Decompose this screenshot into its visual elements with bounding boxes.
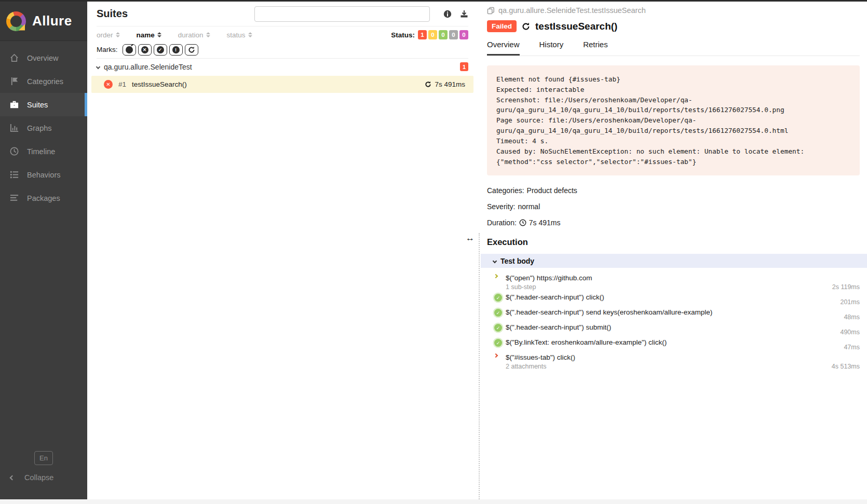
status-filter-group: Status: 1 0 0 0 0 bbox=[391, 30, 468, 39]
info-button[interactable] bbox=[443, 10, 452, 18]
page-title: Suites bbox=[97, 8, 128, 20]
home-icon bbox=[9, 53, 19, 63]
step-duration: 490ms bbox=[840, 329, 860, 336]
field-label: Severity: bbox=[487, 202, 515, 211]
clock-icon bbox=[9, 146, 19, 156]
field-value[interactable]: Product defects bbox=[527, 186, 577, 195]
mark-new-failed-button[interactable]: ✕ bbox=[138, 44, 152, 56]
sidebar-item-graphs[interactable]: Graphs bbox=[0, 116, 87, 140]
step-row[interactable]: ✓ $(".header-search-input") click() 201m… bbox=[494, 292, 860, 307]
tab-history[interactable]: History bbox=[539, 40, 564, 56]
download-button[interactable] bbox=[460, 10, 468, 18]
tree-group-row[interactable]: qa.guru.allure.SelenideTest 1 bbox=[97, 59, 468, 75]
circle-exclamation-icon: ! bbox=[172, 46, 180, 53]
sidebar: Allure Overview Categories Suites Graphs… bbox=[0, 2, 87, 499]
check-circle-icon: ✓ bbox=[494, 294, 502, 302]
breadcrumb-text: qa.guru.allure.SelenideTest.testIssueSea… bbox=[498, 6, 646, 15]
test-duration: 7s 491ms bbox=[435, 80, 465, 88]
sidebar-item-label: Overview bbox=[27, 54, 58, 62]
test-detail-panel: qa.guru.allure.SelenideTest.testIssueSea… bbox=[481, 2, 867, 499]
status-badge-unknown[interactable]: 0 bbox=[459, 30, 468, 39]
flag-icon bbox=[9, 76, 19, 86]
sidebar-item-timeline[interactable]: Timeline bbox=[0, 140, 87, 163]
status-label: Status: bbox=[391, 31, 415, 39]
mark-new-broken-button[interactable]: ! bbox=[169, 44, 183, 56]
field-duration: Duration: 7s 491ms bbox=[487, 219, 860, 227]
sort-column-order[interactable]: order bbox=[97, 31, 120, 39]
chevron-right-icon bbox=[494, 274, 498, 278]
title-row: Failed testIssueSearch() bbox=[487, 20, 860, 32]
sidebar-item-label: Graphs bbox=[27, 124, 52, 132]
retry-icon bbox=[522, 22, 530, 31]
failed-status-icon: ✕ bbox=[104, 80, 113, 89]
clock-icon bbox=[519, 219, 526, 226]
bomb-icon bbox=[126, 46, 133, 53]
check-circle-icon: ✓ bbox=[494, 309, 502, 317]
sidebar-item-categories[interactable]: Categories bbox=[0, 70, 87, 93]
panel-resize-handle[interactable] bbox=[478, 2, 481, 499]
mark-new-passed-button[interactable]: ✓ bbox=[154, 44, 167, 56]
sort-column-duration[interactable]: duration bbox=[178, 31, 210, 39]
tab-retries[interactable]: Retries bbox=[583, 40, 608, 56]
mark-flaky-button[interactable] bbox=[123, 44, 136, 56]
briefcase-icon bbox=[9, 100, 19, 110]
step-row[interactable]: ✓ $("By.linkText: eroshenkoam/allure-exa… bbox=[494, 337, 860, 352]
test-body-header[interactable]: Test body bbox=[481, 254, 867, 268]
step-text: $(".header-search-input") click() bbox=[506, 292, 840, 302]
step-attachments-count: 2 attachments bbox=[506, 362, 832, 371]
field-value: normal bbox=[518, 202, 540, 211]
field-label: Categories: bbox=[487, 186, 524, 195]
status-badge-broken[interactable]: 0 bbox=[428, 30, 437, 39]
step-row[interactable]: ✓ $(".header-search-input") send keys(er… bbox=[494, 307, 860, 322]
field-value: 7s 491ms bbox=[529, 219, 561, 227]
sidebar-item-suites[interactable]: Suites bbox=[0, 93, 87, 116]
field-categories: Categories: Product defects bbox=[487, 186, 860, 195]
test-body-label: Test body bbox=[500, 257, 534, 265]
sidebar-item-label: Behaviors bbox=[27, 171, 60, 179]
tree-group-label: qa.guru.allure.SelenideTest bbox=[104, 63, 192, 71]
step-row[interactable]: ✓ $(".header-search-input") submit() 490… bbox=[494, 322, 860, 337]
window-bottom-edge bbox=[0, 499, 867, 504]
sort-column-status[interactable]: status bbox=[227, 31, 252, 39]
retry-icon bbox=[425, 81, 431, 88]
check-circle-icon: ✓ bbox=[494, 339, 502, 347]
group-failed-badge: 1 bbox=[460, 62, 468, 71]
tree-test-row[interactable]: ✕ #1 testIssueSearch() 7s 491ms bbox=[91, 76, 473, 93]
sidebar-spacer bbox=[0, 210, 87, 451]
copy-icon[interactable] bbox=[487, 7, 495, 15]
step-row[interactable]: $("open") https://github.com 1 sub-step … bbox=[494, 273, 860, 292]
tab-overview[interactable]: Overview bbox=[487, 40, 520, 56]
sort-column-name[interactable]: name bbox=[137, 31, 161, 39]
step-row[interactable]: $("#issues-tab") click() 2 attachments 4… bbox=[494, 352, 860, 371]
test-duration-group: 7s 491ms bbox=[425, 80, 465, 88]
bar-chart-icon bbox=[9, 123, 19, 133]
sidebar-item-packages[interactable]: Packages bbox=[0, 186, 87, 210]
sidebar-item-overview[interactable]: Overview bbox=[0, 46, 87, 70]
status-badge-passed[interactable]: 0 bbox=[439, 30, 448, 39]
collapse-button[interactable]: Collapse bbox=[0, 473, 87, 482]
step-substep-count: 1 sub-step bbox=[506, 283, 832, 291]
step-duration: 2s 119ms bbox=[832, 283, 860, 291]
status-badge-skipped[interactable]: 0 bbox=[449, 30, 458, 39]
status-badge-failed[interactable]: 1 bbox=[418, 30, 427, 39]
sidebar-item-behaviors[interactable]: Behaviors bbox=[0, 163, 87, 186]
sidebar-nav: Overview Categories Suites Graphs Timeli… bbox=[0, 41, 87, 210]
sort-label: name bbox=[137, 31, 155, 39]
tabs: Overview History Retries bbox=[487, 40, 860, 56]
test-order: #1 bbox=[118, 80, 126, 88]
breadcrumb: qa.guru.allure.SelenideTest.testIssueSea… bbox=[487, 6, 860, 15]
download-icon bbox=[460, 10, 468, 18]
align-left-icon bbox=[9, 193, 19, 203]
language-button[interactable]: En bbox=[34, 451, 53, 465]
allure-report-app: Allure Overview Categories Suites Graphs… bbox=[0, 2, 867, 499]
search-input[interactable] bbox=[254, 6, 430, 22]
chevron-left-icon bbox=[10, 475, 15, 480]
field-label: Duration: bbox=[487, 219, 517, 227]
sort-row: order name duration status Status: 1 0 0… bbox=[97, 26, 468, 43]
suites-panel: Suites order name duration s bbox=[87, 2, 478, 499]
mark-retries-button[interactable] bbox=[185, 44, 198, 56]
chevron-down-icon bbox=[96, 64, 100, 69]
chevron-down-icon bbox=[493, 259, 497, 263]
step-duration: 48ms bbox=[844, 314, 860, 321]
sidebar-item-label: Suites bbox=[27, 101, 48, 109]
